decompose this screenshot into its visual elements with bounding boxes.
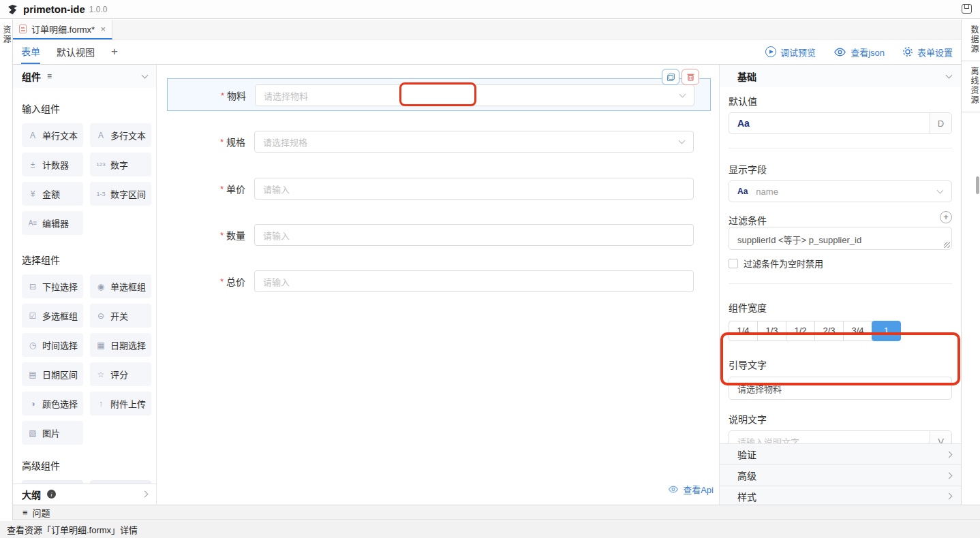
outline-bar[interactable]: 大纲 i xyxy=(13,484,156,504)
resize-grip[interactable] xyxy=(944,242,950,248)
form-settings-button[interactable]: 表单设置 xyxy=(902,46,953,59)
palette-header[interactable]: 组件 ≡ xyxy=(13,65,156,88)
title-bar: primeton-ide 1.0.0 xyxy=(0,0,980,19)
required-asterisk: * xyxy=(220,230,224,240)
quantity-input[interactable]: 请输入 xyxy=(254,224,694,246)
unit-price-input[interactable]: 请输入 xyxy=(254,178,694,200)
checkbox[interactable] xyxy=(729,259,738,268)
width-option-1-2[interactable]: 1/2 xyxy=(786,321,815,341)
width-option-full[interactable]: 1 xyxy=(872,321,901,341)
field-label: *规格 xyxy=(167,125,245,158)
palette-item-switch[interactable]: ⊝开关 xyxy=(90,304,151,328)
display-field-select[interactable]: Aa name xyxy=(729,180,952,202)
default-value-input[interactable]: Aa D xyxy=(729,112,952,134)
field-row-material[interactable]: *物料 请选择物料 xyxy=(167,78,711,111)
width-option-2-3[interactable]: 2/3 xyxy=(814,321,844,341)
palette-item-editor[interactable]: A≡编辑器 xyxy=(22,211,83,235)
add-filter-button[interactable]: + xyxy=(940,211,952,223)
material-select[interactable]: 请选择物料 xyxy=(255,84,694,106)
filter-empty-disable-option[interactable]: 过滤条件为空时禁用 xyxy=(729,257,952,270)
filter-expression-textarea[interactable]: supplierId <等于> p_supplier_id xyxy=(729,227,952,250)
select-placeholder: 请选择物料 xyxy=(264,89,308,102)
outline-expand-icon[interactable] xyxy=(142,491,149,498)
chevron-down-icon xyxy=(937,187,944,194)
date-picker-icon: ▦ xyxy=(95,341,107,350)
offline-resources-rail-tab[interactable]: 离线资源 xyxy=(962,67,980,105)
collapse-icon[interactable] xyxy=(946,72,953,78)
default-value-label: 默认值 xyxy=(729,94,952,108)
palette-item-counter[interactable]: ±计数器 xyxy=(22,153,83,176)
width-option-3-4[interactable]: 3/4 xyxy=(843,321,872,341)
color-picker-icon: ◑ xyxy=(27,399,39,409)
palette-menu-icon[interactable]: ≡ xyxy=(47,72,52,81)
guide-text-input[interactable]: 请选择物料 xyxy=(729,377,952,400)
window-scrollbar-thumb[interactable] xyxy=(976,176,979,194)
item-label: 数字区间 xyxy=(110,187,146,200)
form-settings-label: 表单设置 xyxy=(917,46,953,59)
palette-item-image[interactable]: ▧图片 xyxy=(22,421,83,445)
field-label: *数量 xyxy=(167,219,245,251)
palette-item-number-range[interactable]: 1-3数字区间 xyxy=(90,182,151,206)
default-value-mode-button[interactable]: D xyxy=(930,113,951,133)
palette-item-checkbox-group[interactable]: ☑多选框组 xyxy=(22,304,83,328)
accordion-validation[interactable]: 验证 xyxy=(720,443,961,464)
palette-item-amount[interactable]: ¥金额 xyxy=(22,182,83,206)
section-title-advanced-components: 高级组件 xyxy=(22,458,147,472)
chevron-down-icon xyxy=(679,91,686,98)
item-label: 编辑器 xyxy=(42,217,69,230)
spec-select[interactable]: 请选择规格 xyxy=(254,131,694,153)
debug-preview-button[interactable]: 调试预览 xyxy=(765,46,816,59)
field-row-quantity[interactable]: *数量 请输入 xyxy=(167,219,711,251)
delete-component-button[interactable] xyxy=(682,69,699,85)
palette-item-color-picker[interactable]: ◑颜色选择 xyxy=(22,392,83,415)
palette-item-radio-group[interactable]: ◉单选框组 xyxy=(90,274,151,298)
save-layout-icon[interactable] xyxy=(962,4,972,14)
item-label: 颜色选择 xyxy=(42,397,78,410)
palette-item-number[interactable]: 123数字 xyxy=(90,153,151,176)
tab-default-view[interactable]: 默认视图 xyxy=(57,39,95,64)
datasource-rail-tab[interactable]: 数据源 xyxy=(962,25,980,54)
time-picker-icon: ◷ xyxy=(27,341,39,350)
palette-item-date-range[interactable]: ▤日期区间 xyxy=(22,362,83,386)
item-label: 图片 xyxy=(42,426,60,439)
resources-rail-tab[interactable]: 资源 xyxy=(0,25,12,44)
field-label: *物料 xyxy=(168,79,246,112)
palette-item-single-text[interactable]: A单行文本 xyxy=(22,123,83,147)
tab-form[interactable]: 表单 xyxy=(21,39,40,64)
component-width-label: 组件宽度 xyxy=(729,300,952,314)
field-row-spec[interactable]: *规格 请选择规格 xyxy=(167,125,711,158)
palette-item-upload[interactable]: ↑附件上传 xyxy=(90,392,151,415)
palette-item-rating[interactable]: ☆评分 xyxy=(90,362,151,386)
item-label: 多行文本 xyxy=(110,129,146,142)
property-inspector: 基础 默认值 Aa D 显示字段 Aa name 过滤条件 + supplier… xyxy=(719,65,961,505)
view-json-button[interactable]: 查看json xyxy=(833,46,885,59)
tab-order-detail-formx[interactable]: 订单明细.formx* × xyxy=(13,20,112,39)
view-api-link[interactable]: 查看Api xyxy=(668,483,714,496)
item-label: 多选框组 xyxy=(42,309,78,322)
total-price-input[interactable]: 请输入 xyxy=(254,270,694,292)
palette-item-time-picker[interactable]: ◷时间选择 xyxy=(22,333,83,357)
accordion-style[interactable]: 样式 xyxy=(720,486,961,505)
copy-component-button[interactable] xyxy=(662,69,679,85)
tab-close-icon[interactable]: × xyxy=(100,24,106,34)
width-option-1-4[interactable]: 1/4 xyxy=(729,321,758,341)
status-bar: 查看资源「订单明细.formx」详情 xyxy=(0,521,980,538)
palette-item-multi-text[interactable]: A多行文本 xyxy=(90,123,151,147)
checkbox-group-icon: ☑ xyxy=(27,311,39,321)
field-row-total-price[interactable]: *总价 请输入 xyxy=(167,265,711,298)
palette-collapse-icon[interactable] xyxy=(142,72,149,79)
accordion-advanced[interactable]: 高级 xyxy=(720,464,961,486)
width-option-1-3[interactable]: 1/3 xyxy=(757,321,786,341)
checkbox-label: 过滤条件为空时禁用 xyxy=(744,257,823,270)
item-label: 开关 xyxy=(110,309,128,322)
add-view-button[interactable]: + xyxy=(111,39,118,64)
radio-group-icon: ◉ xyxy=(95,282,107,291)
status-text: 查看资源「订单明细.formx」详情 xyxy=(7,523,138,536)
palette-item-date-picker[interactable]: ▦日期选择 xyxy=(90,333,151,357)
basic-section-header[interactable]: 基础 xyxy=(720,65,961,87)
item-label: 计数器 xyxy=(42,158,69,171)
required-asterisk: * xyxy=(220,276,224,287)
problems-bar[interactable]: ≡ 问题 xyxy=(13,505,980,520)
field-row-unit-price[interactable]: *单价 请输入 xyxy=(167,172,711,205)
palette-item-dropdown[interactable]: ⊟下拉选择 xyxy=(22,274,83,298)
